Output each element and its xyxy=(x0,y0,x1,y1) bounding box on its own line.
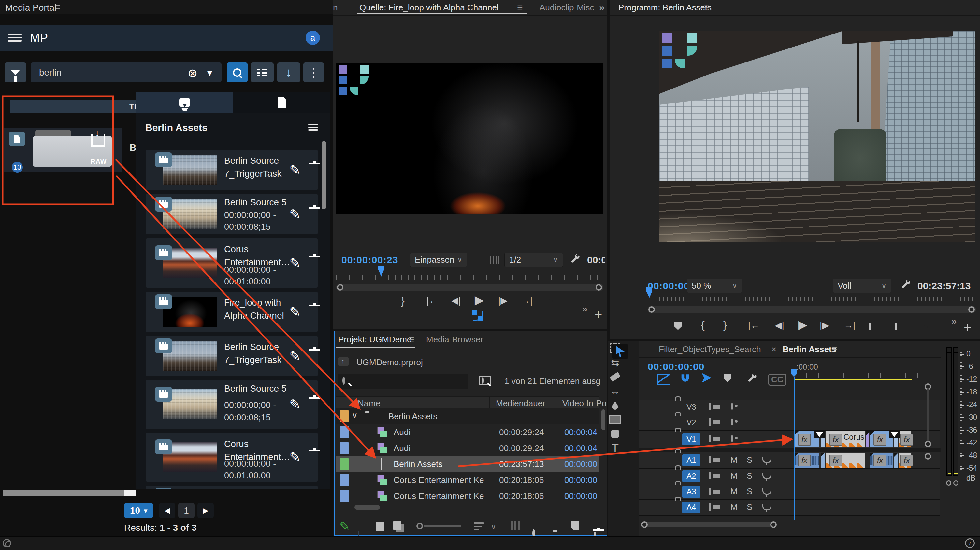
vscroll-handle-bottom[interactable] xyxy=(924,441,931,447)
nest-toggle-icon[interactable] xyxy=(657,374,670,385)
menu-icon[interactable] xyxy=(8,32,22,43)
transition-marker[interactable] xyxy=(889,431,900,438)
program-playhead[interactable] xyxy=(646,291,652,298)
settings-wrench-icon[interactable] xyxy=(900,279,912,290)
track-name-a1[interactable]: A1 xyxy=(682,454,700,466)
mute-button[interactable]: M xyxy=(730,455,738,465)
label-chip[interactable] xyxy=(340,426,348,438)
audio-clip-short[interactable] xyxy=(820,452,825,468)
source-video[interactable] xyxy=(336,63,603,214)
timeline-timecode[interactable]: 00:00:00:00 xyxy=(648,361,705,372)
list-item[interactable]: Fire_loop with Alpha Channel ✎ xyxy=(146,485,318,489)
snap-magnet-icon[interactable] xyxy=(679,373,691,384)
table-row[interactable]: Audi 00:00:29:24 00:00:04 xyxy=(336,424,599,440)
play-button[interactable]: ▶ xyxy=(798,319,807,331)
timeline-vscrollbar[interactable] xyxy=(927,388,929,441)
track-output-icon[interactable] xyxy=(731,418,733,426)
add-marker-button[interactable] xyxy=(675,322,682,330)
label-chip[interactable] xyxy=(340,490,348,502)
track-name-v3[interactable]: V3 xyxy=(682,401,700,413)
audio-clip[interactable]: fx xyxy=(870,452,893,468)
mark-out-button[interactable]: } xyxy=(401,295,405,306)
timeline-settings-icon[interactable] xyxy=(747,373,758,384)
track-a4[interactable]: A4 M S xyxy=(639,500,940,515)
program-video[interactable] xyxy=(659,31,975,242)
drag-av-icon[interactable] xyxy=(472,310,485,323)
solo-button[interactable]: S xyxy=(747,487,752,497)
track-v1[interactable]: V1 fx fx Corus fx fx xyxy=(639,431,940,449)
tab-overflow-icon[interactable]: » xyxy=(599,2,605,13)
track-name-v2[interactable]: V2 xyxy=(682,417,700,429)
search-button[interactable] xyxy=(227,62,248,82)
source-scrollbar[interactable] xyxy=(336,284,603,291)
track-separator[interactable] xyxy=(639,448,941,452)
play-button[interactable]: ▶ xyxy=(475,294,484,306)
timeline-clip[interactable]: fx Corus xyxy=(826,431,865,448)
timeline-panel-menu-icon[interactable]: ≡ xyxy=(831,344,837,355)
solo-button[interactable]: S xyxy=(747,471,752,481)
tab-clips[interactable] xyxy=(136,92,233,113)
track-output-icon[interactable] xyxy=(731,403,733,410)
solo-button[interactable]: S xyxy=(747,455,752,465)
table-row[interactable]: Corus Entertainment Ke 00:20:18:06 00:00… xyxy=(336,472,599,488)
sort-icon[interactable] xyxy=(474,521,484,532)
filter-button[interactable] xyxy=(5,62,26,82)
tab-audio-mixer[interactable]: Audioclip-Mischer: Berli xyxy=(539,3,594,13)
go-to-in-button[interactable]: |← xyxy=(748,321,759,330)
breadcrumb[interactable]: UGMDemo.prproj xyxy=(356,357,423,368)
track-v2[interactable]: V2 xyxy=(639,415,940,431)
tool-rectangle[interactable] xyxy=(608,413,622,427)
mp-title-menu-icon[interactable]: ≡ xyxy=(56,2,60,12)
marker-icon[interactable] xyxy=(724,374,731,382)
column-divider[interactable] xyxy=(489,397,490,409)
edit-icon[interactable]: ✎ xyxy=(289,255,301,271)
source-patch-icon[interactable] xyxy=(709,418,711,426)
solo-button[interactable]: S xyxy=(747,502,752,512)
icon-view-button[interactable] xyxy=(376,522,385,531)
captions-icon[interactable]: CC xyxy=(768,374,786,386)
new-item-icon[interactable] xyxy=(571,521,579,531)
table-row-selected[interactable]: Berlin Assets 00:23:57:13 00:00:00 xyxy=(336,456,599,472)
audio-clip[interactable]: fx xyxy=(899,452,912,468)
track-a1[interactable]: A1 M S fx fx fx fx xyxy=(639,452,940,469)
list-item[interactable]: Berlin Source 5 00:00:00;00 - 00:00:08;1… xyxy=(146,380,318,429)
edit-icon[interactable]: ✎ xyxy=(289,348,301,364)
audio-clip[interactable]: fx xyxy=(826,452,865,468)
list-item[interactable]: Berlin Source 5 00:00:00;00 - 00:00:08;1… xyxy=(146,194,318,234)
info-icon[interactable]: i xyxy=(965,538,975,548)
label-chip[interactable] xyxy=(340,410,348,422)
timeline-clip-graphic[interactable] xyxy=(866,431,869,448)
drag-audio-icon[interactable] xyxy=(490,257,501,264)
scrollbar-thumb[interactable] xyxy=(124,490,135,496)
quality-select[interactable]: Voll∨ xyxy=(833,279,891,293)
transport-overflow-icon[interactable]: » xyxy=(951,316,957,327)
horizontal-scrollbar[interactable] xyxy=(3,490,135,496)
tool-pen[interactable] xyxy=(608,398,622,413)
list-item[interactable]: Berlin Source 7_TriggerTask ✎ xyxy=(146,336,318,376)
source-patch-icon[interactable] xyxy=(709,403,711,410)
source-playhead[interactable] xyxy=(378,269,384,277)
transition-marker[interactable] xyxy=(814,431,825,438)
tool-hand[interactable] xyxy=(608,427,622,441)
source-ruler[interactable] xyxy=(336,275,603,280)
zoom-level-select[interactable]: 50 %∨ xyxy=(687,279,742,293)
mark-out-button[interactable]: } xyxy=(723,320,727,330)
edit-icon[interactable]: ✎ xyxy=(289,396,301,412)
zoom-slider-handle[interactable] xyxy=(416,523,423,529)
tab-media-browser[interactable]: Media-Browser xyxy=(426,334,483,345)
download-tray-icon[interactable] xyxy=(91,135,105,147)
source-patch-icon[interactable] xyxy=(709,503,711,510)
track-v3[interactable]: V3 xyxy=(639,399,940,415)
folder-card[interactable]: RAW 13 xyxy=(4,128,123,173)
column-divider[interactable] xyxy=(560,397,560,409)
channel-right-toggle[interactable] xyxy=(953,480,958,485)
tab-program[interactable]: Programm: Berlin Assets xyxy=(618,3,711,13)
prev-page-button[interactable]: ◀ xyxy=(159,503,175,518)
download-button[interactable]: ↓ xyxy=(277,62,300,82)
avatar[interactable]: a xyxy=(305,30,320,45)
zoom-handle-right[interactable] xyxy=(770,521,777,528)
automate-icon[interactable] xyxy=(511,521,522,531)
tab-files[interactable] xyxy=(233,92,330,113)
scroll-handle-left[interactable] xyxy=(648,306,655,313)
mute-button[interactable]: M xyxy=(730,471,738,481)
